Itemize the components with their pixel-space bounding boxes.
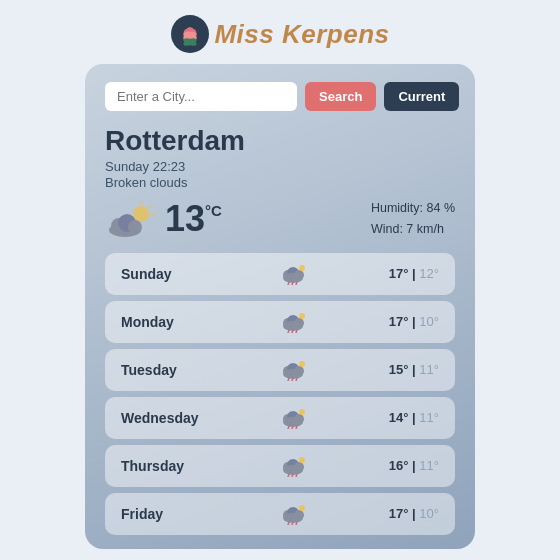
forecast-row: Sunday 17° | 12° [105, 253, 455, 295]
svg-line-46 [296, 426, 297, 429]
forecast-temps: 17° | 10° [369, 314, 439, 329]
lotus-icon [170, 14, 210, 54]
logo-text: Miss Kerpens [214, 19, 389, 50]
svg-line-29 [292, 330, 293, 333]
forecast-row: Wednesday 14° | 11° [105, 397, 455, 439]
forecast-temps: 17° | 10° [369, 506, 439, 521]
svg-point-55 [299, 457, 305, 463]
forecast-row: Friday 17° | 10° [105, 493, 455, 535]
svg-point-47 [299, 409, 305, 415]
svg-line-54 [296, 474, 297, 477]
city-name: Rotterdam [105, 125, 455, 157]
svg-line-10 [149, 206, 151, 208]
svg-line-36 [288, 378, 289, 381]
humidity-label: Humidity: 84 % [371, 198, 455, 219]
weather-card: Search Current Rotterdam Sunday 22:23 Br… [85, 64, 475, 549]
svg-line-45 [292, 426, 293, 429]
svg-line-38 [296, 378, 297, 381]
wind-label: Wind: 7 km/h [371, 219, 455, 240]
forecast-weather-icon [279, 263, 307, 285]
svg-point-63 [299, 505, 305, 511]
temperature-display: 13 °C [165, 198, 222, 240]
current-button[interactable]: Current [384, 82, 459, 111]
forecast-temps: 15° | 11° [369, 362, 439, 377]
forecast-day: Tuesday [121, 362, 216, 378]
forecast-temps: 17° | 12° [369, 266, 439, 281]
svg-line-53 [292, 474, 293, 477]
forecast-weather-icon [279, 359, 307, 381]
forecast-day: Monday [121, 314, 216, 330]
weather-details: Humidity: 84 % Wind: 7 km/h [371, 198, 455, 241]
temp-section: 13 °C [105, 198, 222, 240]
logo-area: Miss Kerpens [170, 14, 389, 54]
temp-value: 13 [165, 198, 205, 240]
svg-point-39 [299, 361, 305, 367]
svg-line-21 [292, 282, 293, 285]
svg-point-8 [133, 206, 149, 222]
search-row: Search Current [105, 82, 455, 111]
svg-line-62 [296, 522, 297, 525]
city-description: Broken clouds [105, 175, 455, 190]
svg-line-37 [292, 378, 293, 381]
svg-point-15 [128, 220, 142, 234]
current-weather-row: 13 °C Humidity: 84 % Wind: 7 km/h [105, 198, 455, 241]
forecast-row: Monday 17° | 10° [105, 301, 455, 343]
svg-point-31 [299, 313, 305, 319]
forecast-row: Tuesday 15° | 11° [105, 349, 455, 391]
search-input[interactable] [105, 82, 297, 111]
forecast-list: Sunday 17° | 12°Monday 17° | 10°Tuesday [105, 253, 455, 535]
forecast-weather-icon [279, 455, 307, 477]
svg-line-61 [292, 522, 293, 525]
svg-line-22 [296, 282, 297, 285]
svg-line-52 [288, 474, 289, 477]
svg-line-28 [288, 330, 289, 333]
forecast-temps: 14° | 11° [369, 410, 439, 425]
forecast-row: Thursday 16° | 11° [105, 445, 455, 487]
forecast-day: Friday [121, 506, 216, 522]
forecast-day: Thursday [121, 458, 216, 474]
svg-line-60 [288, 522, 289, 525]
forecast-weather-icon [279, 407, 307, 429]
temp-unit: °C [205, 202, 222, 219]
forecast-temps: 16° | 11° [369, 458, 439, 473]
forecast-weather-icon [279, 503, 307, 525]
svg-line-30 [296, 330, 297, 333]
forecast-day: Sunday [121, 266, 216, 282]
forecast-day: Wednesday [121, 410, 216, 426]
svg-point-23 [299, 265, 305, 271]
forecast-weather-icon [279, 311, 307, 333]
current-weather-icon [105, 200, 157, 238]
city-date: Sunday 22:23 [105, 159, 455, 174]
search-button[interactable]: Search [305, 82, 376, 111]
svg-line-20 [288, 282, 289, 285]
svg-line-44 [288, 426, 289, 429]
